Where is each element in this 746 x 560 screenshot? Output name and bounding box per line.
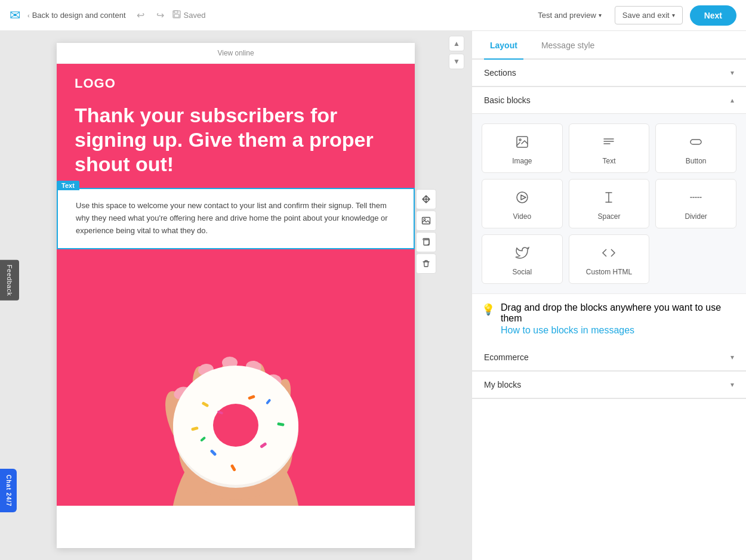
svg-rect-2 [174,14,179,17]
blocks-grid: Image Text [472,114,746,293]
donut-placeholder [57,249,415,506]
block-label-button: Button [686,157,707,165]
sections-chevron-icon: ▾ [730,69,734,77]
sidebar: Layout Message style Sections ▾ Basic bl… [471,31,746,560]
feedback-tab[interactable]: Feedback [0,259,19,300]
text-block-icon [602,135,616,152]
canvas-area[interactable]: ▲ ▼ View online LOGO Thank your subscrib… [0,31,471,560]
divider-block-icon [689,190,703,208]
main-layout: ▲ ▼ View online LOGO Thank your subscrib… [0,31,746,560]
hint-text: Drag and drop the blocks anywhere you wa… [501,302,721,323]
tab-message-style[interactable]: Message style [535,31,600,60]
basic-blocks-chevron-icon: ▴ [730,96,734,104]
save-exit-dropdown-icon: ▾ [672,12,675,18]
block-label-video: Video [513,212,531,221]
sidebar-tabs: Layout Message style [472,31,746,60]
ecommerce-section: Ecommerce ▾ [472,344,746,372]
test-preview-dropdown-icon: ▾ [599,12,602,18]
my-blocks-section: My blocks ▾ [472,372,746,399]
app-logo-icon: ✉ [10,8,20,23]
ecommerce-label: Ecommerce [484,352,529,362]
svg-rect-36 [690,140,701,144]
custom-html-block-icon [602,246,616,263]
save-icon [172,10,181,20]
block-item-video[interactable]: Video [482,179,563,228]
my-blocks-header[interactable]: My blocks ▾ [472,372,746,398]
view-online-bar: View online [57,43,415,64]
svg-point-32 [519,139,521,141]
block-item-button[interactable]: Button [655,123,736,173]
chevron-left-icon: ‹ [27,12,30,19]
email-donut-image [57,249,415,506]
saved-indicator: Saved [172,10,206,20]
svg-point-20 [213,404,258,447]
delete-block-button[interactable] [416,253,436,274]
email-header: LOGO [57,64,415,97]
move-block-button[interactable] [416,189,436,209]
redo-button[interactable]: ↪ [153,7,168,23]
email-logo: LOGO [75,76,397,91]
canvas-scroll-down-button[interactable]: ▼ [449,54,464,69]
back-link-label: Back to design and content [32,11,126,20]
topbar-left: ✉ ‹ Back to design and content ↩ ↪ Saved [10,7,205,23]
ecommerce-header[interactable]: Ecommerce ▾ [472,344,746,371]
tab-layout[interactable]: Layout [484,31,523,60]
svg-marker-38 [521,195,526,200]
canvas-scroll-up-button[interactable]: ▲ [449,36,464,51]
text-block-content[interactable]: Use this space to welcome your new conta… [58,189,414,247]
basic-blocks-section: Basic blocks ▴ [472,87,746,344]
hint-link[interactable]: How to use blocks in messages [501,325,736,336]
block-label-image: Image [512,157,532,165]
save-exit-button[interactable]: Save and exit ▾ [615,6,683,24]
text-block-label-badge: Text [57,181,79,190]
block-item-spacer[interactable]: Spacer [569,179,650,228]
next-button[interactable]: Next [690,5,736,26]
block-item-text[interactable]: Text [569,123,650,173]
block-label-text: Text [602,157,615,165]
next-label: Next [704,11,722,20]
back-to-design-link[interactable]: ‹ Back to design and content [27,11,126,20]
save-exit-label: Save and exit [622,11,670,20]
topbar-history-actions: ↩ ↪ Saved [133,7,206,23]
chat-widget[interactable]: Chat 24/7 [0,469,17,512]
sections-header[interactable]: Sections ▾ [472,60,746,86]
blocks-hint: 💡 Drag and drop the blocks anywhere you … [472,293,746,344]
topbar-right: Test and preview ▾ Save and exit ▾ Next [532,5,736,26]
email-canvas: View online LOGO Thank your subscribers … [57,43,415,548]
button-block-icon [689,135,703,152]
block-label-social: Social [512,268,532,276]
my-blocks-chevron-icon: ▾ [730,380,734,389]
block-item-divider[interactable]: Divider [655,179,736,228]
svg-rect-1 [174,11,178,13]
image-block-icon [515,135,529,152]
video-block-icon [515,190,529,208]
basic-blocks-header[interactable]: Basic blocks ▴ [472,87,746,114]
block-item-social[interactable]: Social [482,234,563,284]
basic-blocks-label: Basic blocks [484,95,531,105]
ecommerce-chevron-icon: ▾ [730,353,734,361]
spacer-block-icon [602,190,616,208]
hint-text-area: Drag and drop the blocks anywhere you wa… [501,302,736,336]
svg-point-4 [424,219,426,221]
donut-illustration [57,249,415,506]
undo-button[interactable]: ↩ [133,7,148,23]
sidebar-content: Sections ▾ Basic blocks ▴ [472,60,746,560]
block-item-image[interactable]: Image [482,123,563,173]
block-label-spacer: Spacer [597,212,620,221]
view-online-link[interactable]: View online [217,49,254,57]
hero-headline: Thank your subscribers for signing up. G… [75,103,397,176]
topbar: ✉ ‹ Back to design and content ↩ ↪ Saved [0,0,746,31]
sections-label: Sections [484,68,516,78]
block-label-custom-html: Custom HTML [586,268,632,276]
sections-section: Sections ▾ [472,60,746,87]
test-preview-button[interactable]: Test and preview ▾ [532,7,608,23]
email-hero: Thank your subscribers for signing up. G… [57,97,415,188]
image-block-button[interactable] [416,211,436,231]
block-item-custom-html[interactable]: Custom HTML [569,234,650,284]
hint-lightbulb-icon: 💡 [482,303,495,316]
text-block-wrapper[interactable]: Text Use this space to welcome your new … [57,188,415,249]
svg-rect-3 [423,218,430,224]
duplicate-block-button[interactable] [416,232,436,252]
test-preview-label: Test and preview [538,11,596,20]
my-blocks-label: My blocks [484,380,521,389]
